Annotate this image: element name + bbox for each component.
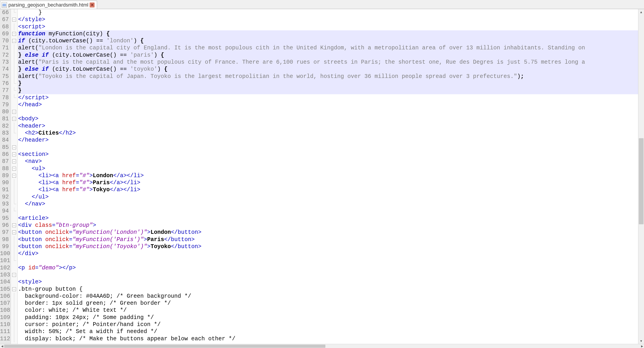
code-line[interactable]: </ul> — [18, 194, 638, 201]
line-number: 95 — [0, 215, 9, 222]
scroll-up-button[interactable]: ▲ — [638, 9, 644, 15]
fold-toggle[interactable] — [12, 230, 16, 234]
code-line[interactable]: <h2>Cities</h2> — [18, 130, 638, 137]
code-line[interactable]: } else if (city.toLowerCase() == 'toyoko… — [18, 66, 638, 73]
fold-toggle[interactable] — [12, 117, 16, 121]
line-number: 107 — [0, 300, 9, 307]
code-line[interactable]: <button onclick="myFunction('London')">L… — [18, 229, 638, 236]
line-number: 79 — [0, 101, 9, 108]
file-tab[interactable]: parsing_geojson_bechardsmith.html ✕ — [0, 1, 97, 9]
fold-toggle[interactable] — [12, 152, 16, 156]
code-line[interactable]: <button onclick="myFunction('Paris')">Pa… — [18, 236, 638, 243]
code-line[interactable]: <div class="btn-group"> — [18, 222, 638, 229]
code-line[interactable]: cursor: pointer; /* Pointer/hand icon */ — [18, 321, 638, 328]
scroll-right-button[interactable]: ▶ — [640, 344, 644, 348]
line-number: 108 — [0, 307, 9, 314]
code-line[interactable]: background-color: #04AA6D; /* Green back… — [18, 293, 638, 300]
fold-toggle[interactable] — [12, 223, 16, 227]
line-number: 100 — [0, 250, 9, 257]
code-line[interactable]: </head> — [18, 101, 638, 108]
line-number: 78 — [0, 94, 9, 101]
code-line[interactable]: <li><a href="#">Paris</a></li> — [18, 179, 638, 186]
line-number: 87 — [0, 158, 9, 165]
code-line[interactable]: padding: 10px 24px; /* Some padding */ — [18, 314, 638, 321]
horizontal-scroll-thumb[interactable] — [4, 344, 326, 348]
line-number-gutter: 6667686970717273747576777879808182838485… — [0, 9, 11, 344]
fold-toggle[interactable] — [12, 145, 16, 149]
close-tab-button[interactable]: ✕ — [90, 3, 94, 8]
line-number: 112 — [0, 335, 9, 342]
code-line[interactable]: <ul> — [18, 165, 638, 172]
code-line[interactable] — [18, 257, 638, 264]
fold-toggle[interactable] — [12, 18, 16, 22]
code-line[interactable] — [18, 208, 638, 215]
line-number: 99 — [0, 243, 9, 250]
line-number: 75 — [0, 73, 9, 80]
line-number: 106 — [0, 293, 9, 300]
fold-toggle[interactable] — [12, 287, 16, 291]
code-line[interactable]: } else if (city.toLowerCase() == 'paris'… — [18, 52, 638, 59]
code-line[interactable]: color: white; /* White text */ — [18, 307, 638, 314]
code-line[interactable] — [18, 144, 638, 151]
scroll-left-button[interactable]: ◀ — [0, 344, 4, 348]
code-area[interactable]: }</style><script>function myFunction(cit… — [18, 9, 638, 344]
fold-toggle[interactable] — [12, 167, 16, 170]
code-line[interactable]: </nav> — [18, 201, 638, 208]
code-line[interactable]: function myFunction(city) { — [18, 30, 638, 37]
code-line[interactable]: <article> — [18, 215, 638, 222]
fold-toggle[interactable] — [12, 39, 16, 43]
code-line[interactable]: <nav> — [18, 158, 638, 165]
code-line[interactable]: display: block; /* Make the buttons appe… — [18, 335, 638, 342]
line-number: 67 — [0, 16, 9, 23]
line-number: 85 — [0, 144, 9, 151]
code-line[interactable]: <li><a href="#">London</a></li> — [18, 172, 638, 179]
code-line[interactable]: if (city.toLowerCase() == 'london') { — [18, 37, 638, 44]
fold-toggle[interactable] — [12, 174, 16, 178]
code-line[interactable]: <body> — [18, 115, 638, 122]
code-line[interactable]: <style> — [18, 278, 638, 285]
code-line[interactable] — [18, 271, 638, 278]
code-line[interactable]: </script> — [18, 94, 638, 101]
line-number: 74 — [0, 66, 9, 73]
horizontal-scroll-track[interactable] — [4, 344, 640, 348]
code-line[interactable]: </div> — [18, 250, 638, 257]
code-line[interactable]: border: 1px solid green; /* Green border… — [18, 300, 638, 307]
code-line[interactable]: alert("London is the capital city of Eng… — [18, 44, 638, 51]
tab-filename: parsing_geojson_bechardsmith.html — [8, 2, 88, 8]
line-number: 77 — [0, 87, 9, 94]
code-line[interactable]: width: 50%; /* Set a width if needed */ — [18, 328, 638, 335]
fold-toggle[interactable] — [12, 159, 16, 163]
line-number: 110 — [0, 321, 9, 328]
code-line[interactable]: .btn-group button { — [18, 286, 638, 293]
line-number: 70 — [0, 37, 9, 44]
code-line[interactable]: <li><a href="#">Tokyo</a></li> — [18, 186, 638, 193]
horizontal-scrollbar[interactable]: ◀ ▶ — [0, 344, 644, 348]
code-line[interactable]: alert("Paris is the capital and the most… — [18, 59, 638, 66]
line-number: 88 — [0, 165, 9, 172]
vertical-scrollbar[interactable]: ▲ ▼ — [638, 9, 644, 344]
code-line[interactable]: <script> — [18, 23, 638, 30]
code-line[interactable]: } — [18, 80, 638, 87]
line-number: 68 — [0, 23, 9, 30]
line-number: 86 — [0, 151, 9, 158]
code-line[interactable] — [18, 108, 638, 115]
line-number: 104 — [0, 278, 9, 285]
code-line[interactable]: </header> — [18, 137, 638, 144]
code-line[interactable]: } — [18, 9, 638, 16]
scroll-down-button[interactable]: ▼ — [638, 338, 644, 344]
fold-toggle[interactable] — [12, 110, 16, 114]
code-line[interactable]: </style> — [18, 16, 638, 23]
fold-toggle[interactable] — [12, 273, 16, 277]
code-line[interactable]: } — [18, 87, 638, 94]
line-number: 90 — [0, 179, 9, 186]
line-number: 102 — [0, 264, 9, 271]
code-line[interactable]: <button onclick="myFunction('Toyoko')">T… — [18, 243, 638, 250]
line-number: 73 — [0, 59, 9, 66]
code-line[interactable]: <header> — [18, 123, 638, 130]
fold-toggle[interactable] — [12, 32, 16, 36]
code-line[interactable]: <p id="demo"></p> — [18, 264, 638, 271]
vertical-scroll-thumb[interactable] — [639, 138, 644, 224]
code-line[interactable]: alert("Toyoko is the capital of Japan. T… — [18, 73, 638, 80]
line-number: 92 — [0, 194, 9, 201]
code-line[interactable]: <section> — [18, 151, 638, 158]
